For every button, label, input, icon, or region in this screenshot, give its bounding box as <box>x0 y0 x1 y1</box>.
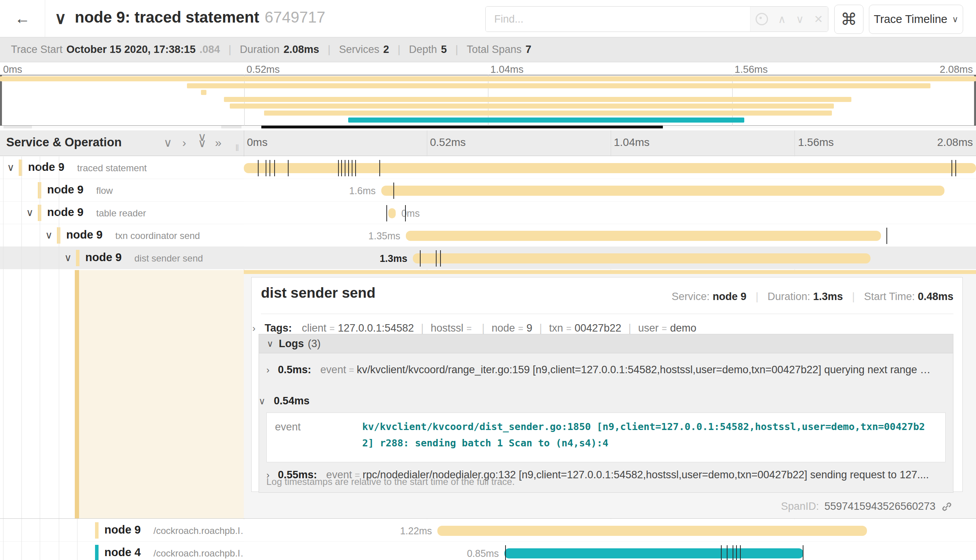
next-match-icon[interactable]: ∨ <box>796 13 804 26</box>
log-marker-tick <box>803 545 803 560</box>
services-value: 2 <box>383 44 389 56</box>
span-duration-bar[interactable] <box>406 231 881 241</box>
detail-row-accent-bar <box>75 270 79 518</box>
view-selector-label: Trace Timeline <box>874 13 947 26</box>
trace-start-fraction: .084 <box>199 44 220 56</box>
expand-one-icon[interactable]: › <box>182 137 186 149</box>
span-expand-chevron-icon[interactable]: ∨ <box>45 229 53 241</box>
span-operation-name: txn coordinator send <box>115 230 200 241</box>
view-selector-button[interactable]: Trace Timeline ∨ <box>869 5 963 34</box>
span-service-name: node 9 <box>104 523 141 536</box>
span-duration-bar[interactable] <box>388 208 396 218</box>
log-entry-2-header[interactable]: ∨ 0.54ms <box>259 395 316 407</box>
span-duration-label: 1.6ms <box>349 185 375 197</box>
log-entry-2-key: event <box>275 421 301 433</box>
span-row-name[interactable]: node 4/cockroach.roachpb.I… <box>0 542 244 560</box>
log-marker-tick <box>951 160 952 176</box>
span-row-name[interactable]: ∨node 9dist sender send <box>0 247 244 269</box>
minimap-axis-label: 1.04ms <box>490 63 523 75</box>
span-expand-chevron-icon[interactable]: ∨ <box>64 252 72 264</box>
command-icon: ⌘ <box>841 10 857 29</box>
minimap-left-handle[interactable] <box>0 75 2 126</box>
keyboard-shortcuts-button[interactable]: ⌘ <box>834 5 863 34</box>
span-expand-chevron-icon[interactable]: ∨ <box>26 207 33 219</box>
divider: | <box>455 44 458 56</box>
span-service-name: node 9 <box>47 183 83 196</box>
equals-sign: = <box>349 365 354 375</box>
span-row-timeline[interactable]: 1.22ms <box>244 519 976 542</box>
prev-match-icon[interactable]: ∧ <box>778 13 786 26</box>
span-duration-bar[interactable] <box>244 163 976 173</box>
column-resize-grip[interactable]: ‖ <box>235 142 240 153</box>
span-color-bar <box>95 522 99 539</box>
log-marker-tick <box>274 160 275 176</box>
locate-icon[interactable] <box>756 13 768 25</box>
chevron-down-icon: ∨ <box>267 339 273 349</box>
back-button[interactable]: ← <box>0 0 45 37</box>
span-id-value: 5597415943526560273 <box>824 500 935 513</box>
minimap-span-bar <box>187 83 931 88</box>
span-row-name[interactable]: ∨node 9table reader <box>0 202 244 224</box>
minimap-scroll-bar[interactable] <box>261 126 663 128</box>
logs-count: (3) <box>308 338 321 350</box>
minimap-axis-label: 2.08ms <box>940 63 973 75</box>
span-row-name[interactable]: ∨node 9txn coordinator send <box>0 224 244 247</box>
span-duration-bar[interactable] <box>413 253 870 263</box>
tag-key: hostssl <box>431 322 463 334</box>
chevron-right-icon: › <box>252 323 255 334</box>
indent-guide-line <box>59 156 59 560</box>
log-entry-1[interactable]: › 0.5ms: event=kv/kvclient/kvcoord/range… <box>266 364 944 376</box>
span-row-timeline[interactable] <box>244 156 976 179</box>
timeline-axis-label: 0ms <box>247 136 268 149</box>
indent-guide-line <box>40 156 40 560</box>
find-input[interactable] <box>486 7 750 32</box>
tag-key: node <box>492 322 515 334</box>
span-row-name[interactable]: node 9flow <box>0 179 244 202</box>
copy-link-icon[interactable] <box>941 501 953 513</box>
minimap-axis-label: 1.56ms <box>735 63 768 75</box>
trace-start-value: October 15 2020, 17:38:15 <box>67 44 196 56</box>
start-time-value: 0.48ms <box>918 291 953 302</box>
expand-all-icon[interactable]: » <box>215 137 222 149</box>
span-duration-bar[interactable] <box>504 548 803 558</box>
span-row-timeline[interactable]: 1.3ms <box>244 247 976 269</box>
span-operation-name: /cockroach.roachpb.I… <box>153 525 250 536</box>
collapse-all-icon[interactable]: ∨∨ <box>198 134 206 146</box>
tag-value: 9 <box>527 322 532 334</box>
chevron-down-icon: ∨ <box>952 14 958 25</box>
total-spans-value: 7 <box>525 44 531 56</box>
depth-value: 5 <box>441 44 447 56</box>
span-row-timeline[interactable]: 1.35ms <box>244 224 976 247</box>
span-row-timeline[interactable]: 0ms <box>244 202 976 224</box>
divider: | <box>756 291 758 302</box>
minimap-span-bar <box>224 97 851 102</box>
minimap-axis-label: 0.52ms <box>247 63 280 75</box>
span-expand-chevron-icon[interactable]: ∨ <box>7 162 14 174</box>
span-duration-label: 1.35ms <box>368 230 400 242</box>
span-row-timeline[interactable]: 0.85ms <box>244 542 976 560</box>
total-spans-label: Total Spans <box>467 44 521 56</box>
back-arrow-icon: ← <box>15 10 30 27</box>
log-time: 0.54ms <box>274 395 310 407</box>
timeline-axis-label: 2.08ms <box>937 136 973 149</box>
minimap-span-bar <box>348 118 744 123</box>
minimap-right-handle[interactable] <box>974 75 976 126</box>
collapse-one-icon[interactable]: ∨ <box>164 137 172 149</box>
chevron-right-icon: › <box>266 365 270 375</box>
timeline-axis-label: 1.56ms <box>798 136 834 149</box>
span-service-name: node 9 <box>47 206 83 219</box>
span-row-name[interactable]: ∨node 9traced statement <box>0 156 244 179</box>
minimap-scroll-segment <box>221 126 241 128</box>
tags-row[interactable]: › Tags: client=127.0.0.1:54582|hostssl=|… <box>252 322 696 334</box>
start-time-label: Start Time: <box>864 291 915 302</box>
span-detail-meta: Service: node 9 | Duration: 1.3ms | Star… <box>672 291 953 303</box>
span-row-timeline[interactable]: 1.6ms <box>244 179 976 202</box>
span-row-name[interactable]: node 9/cockroach.roachpb.I… <box>0 519 244 542</box>
span-duration-bar[interactable] <box>381 186 944 196</box>
span-service-name: node 9 <box>85 251 122 264</box>
clear-find-icon[interactable]: ✕ <box>814 13 823 26</box>
logs-header[interactable]: ∨ Logs (3) <box>259 334 953 353</box>
span-duration-bar[interactable] <box>437 526 867 536</box>
trace-collapse-icon[interactable]: ∨ <box>55 9 67 28</box>
trace-start-label: Trace Start <box>11 44 63 56</box>
